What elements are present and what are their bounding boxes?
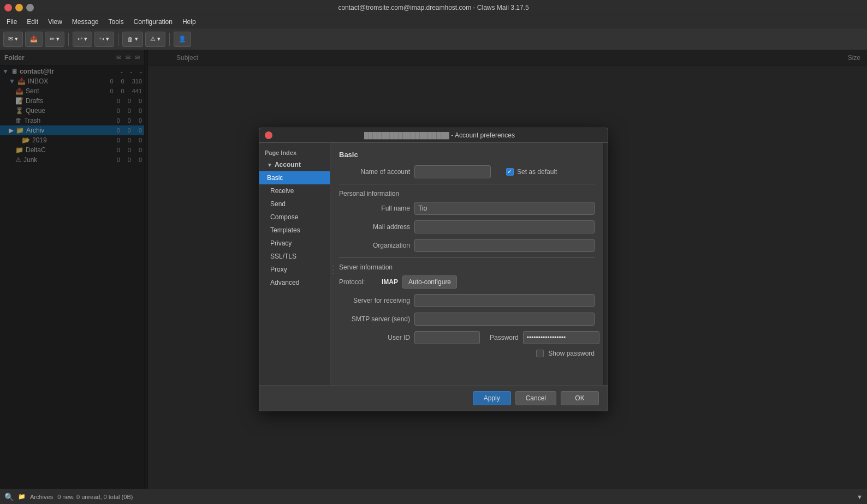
menu-bar: File Edit View Message Tools Configurati…: [0, 15, 867, 28]
nav-basic-label: Basic: [267, 174, 283, 182]
password-input[interactable]: [523, 331, 599, 344]
server-info-title: Server information: [339, 263, 595, 271]
full-name-row: Full name: [339, 202, 595, 215]
server-receiving-row: Server for receiving: [339, 294, 595, 307]
apply-button[interactable]: Apply: [473, 391, 511, 405]
smtp-label: SMTP server (send): [339, 315, 410, 323]
archive-folder-icon: 📁: [18, 493, 26, 500]
nav-compose[interactable]: Compose: [259, 211, 330, 224]
auto-configure-button[interactable]: Auto-configure: [402, 275, 457, 289]
menu-view[interactable]: View: [44, 17, 67, 27]
dialog-content: Basic Name of account Set as default Per…: [330, 143, 603, 385]
account-preferences-dialog: ████████████████████ - Account preferenc…: [259, 128, 608, 411]
show-password-row: Show password: [339, 350, 595, 357]
full-name-input[interactable]: [414, 202, 595, 215]
set-default-checkbox[interactable]: [506, 168, 514, 176]
full-name-label: Full name: [339, 205, 410, 212]
organization-label: Organization: [339, 242, 410, 249]
protocol-row: Protocol: IMAP Auto-configure: [339, 275, 595, 289]
status-folder-name: Archives: [30, 494, 53, 500]
toolbar-separator-3: [169, 33, 170, 46]
set-default-label: Set as default: [517, 168, 557, 176]
account-name-row: Name of account Set as default: [339, 165, 595, 178]
mail-address-row: Mail address: [339, 220, 595, 233]
account-name-input[interactable]: [414, 165, 491, 178]
dialog-nav: Page Index ▼ Account Basic Receive Send: [259, 143, 330, 385]
nav-privacy[interactable]: Privacy: [259, 237, 330, 250]
nav-proxy[interactable]: Proxy: [259, 263, 330, 276]
nav-advanced[interactable]: Advanced: [259, 276, 330, 289]
menu-edit[interactable]: Edit: [22, 17, 43, 27]
close-button[interactable]: [4, 4, 12, 11]
forward-icon: ↪: [99, 35, 104, 43]
compose-icon: ✏: [50, 35, 55, 43]
server-receiving-input[interactable]: [414, 294, 595, 307]
menu-configuration[interactable]: Configuration: [129, 17, 177, 27]
account-name-label: Name of account: [339, 168, 410, 176]
show-password-checkbox[interactable]: [536, 350, 544, 357]
window-title: contact@tromsite.com@imap.dreamhost.com …: [338, 4, 528, 11]
nav-basic[interactable]: Basic: [259, 171, 330, 184]
reply-icon: ↩: [78, 35, 82, 43]
address-book-button[interactable]: 👤: [174, 32, 191, 47]
maximize-button[interactable]: [26, 4, 34, 11]
send-button[interactable]: 📤: [25, 32, 43, 47]
organization-input[interactable]: [414, 239, 595, 252]
get-mail-icon: ✉: [8, 35, 13, 43]
personal-info-title: Personal information: [339, 190, 595, 197]
compose-button[interactable]: ✏▾: [45, 32, 64, 47]
forward-button[interactable]: ↪▾: [94, 32, 114, 47]
page-index-label: Page Index: [259, 147, 330, 158]
nav-account-label: Account: [275, 161, 301, 169]
dialog-body: Page Index ▼ Account Basic Receive Send: [259, 143, 608, 385]
dialog-scrollbar[interactable]: [603, 143, 608, 385]
nav-send-label: Send: [270, 200, 286, 208]
dropdown-arrow-icon: ▼: [857, 494, 863, 500]
user-id-label: User ID: [339, 334, 410, 341]
nav-compose-label: Compose: [270, 213, 298, 221]
junk-button[interactable]: ⚠▾: [145, 32, 165, 47]
nav-proxy-label: Proxy: [270, 266, 287, 273]
modal-overlay: ████████████████████ - Account preferenc…: [0, 50, 867, 489]
reply-button[interactable]: ↩▾: [73, 32, 92, 47]
nav-advanced-label: Advanced: [270, 279, 299, 286]
mail-address-label: Mail address: [339, 223, 410, 231]
divider-1: [339, 184, 595, 184]
section-basic-title: Basic: [339, 151, 595, 159]
nav-ssl-tls[interactable]: SSL/TLS: [259, 250, 330, 263]
protocol-label: Protocol:: [339, 278, 377, 286]
menu-help[interactable]: Help: [178, 17, 200, 27]
nav-templates[interactable]: Templates: [259, 224, 330, 237]
window-controls: [4, 4, 34, 11]
ok-button[interactable]: OK: [561, 391, 599, 405]
toolbar-separator-2: [118, 33, 118, 46]
cancel-button[interactable]: Cancel: [515, 391, 556, 405]
user-password-row: User ID Password: [339, 331, 595, 344]
nav-templates-label: Templates: [270, 226, 300, 234]
nav-receive[interactable]: Receive: [259, 184, 330, 197]
nav-privacy-label: Privacy: [270, 239, 292, 247]
mail-address-input[interactable]: [414, 220, 595, 233]
toolbar: ✉▾ 📤 ✏▾ ↩▾ ↪▾ 🗑▾ ⚠▾ 👤: [0, 28, 867, 50]
title-bar: contact@tromsite.com@imap.dreamhost.com …: [0, 0, 867, 15]
delete-button[interactable]: 🗑▾: [122, 32, 143, 47]
status-folder-stats: 0 new, 0 unread, 0 total (0B): [57, 494, 133, 500]
nav-account[interactable]: ▼ Account: [259, 158, 330, 171]
user-id-input[interactable]: [414, 331, 480, 344]
menu-message[interactable]: Message: [68, 17, 103, 27]
menu-tools[interactable]: Tools: [104, 17, 128, 27]
delete-icon: 🗑: [127, 36, 133, 43]
minimize-button[interactable]: [15, 4, 23, 11]
address-book-icon: 👤: [179, 35, 186, 43]
show-password-label: Show password: [548, 350, 595, 357]
smtp-input[interactable]: [414, 313, 595, 326]
server-receiving-label: Server for receiving: [339, 297, 410, 304]
set-default-row: Set as default: [506, 168, 557, 176]
dialog-footer: Apply Cancel OK: [259, 385, 608, 411]
nav-send[interactable]: Send: [259, 197, 330, 211]
dialog-close-button[interactable]: [265, 131, 272, 139]
main-layout: Folder ✉ ✉ ✉ ▼ 🖥 contact@tr - - - ▼: [0, 50, 867, 489]
menu-file[interactable]: File: [2, 17, 21, 27]
nav-ssl-tls-label: SSL/TLS: [270, 253, 296, 260]
get-mail-button[interactable]: ✉▾: [3, 32, 23, 47]
